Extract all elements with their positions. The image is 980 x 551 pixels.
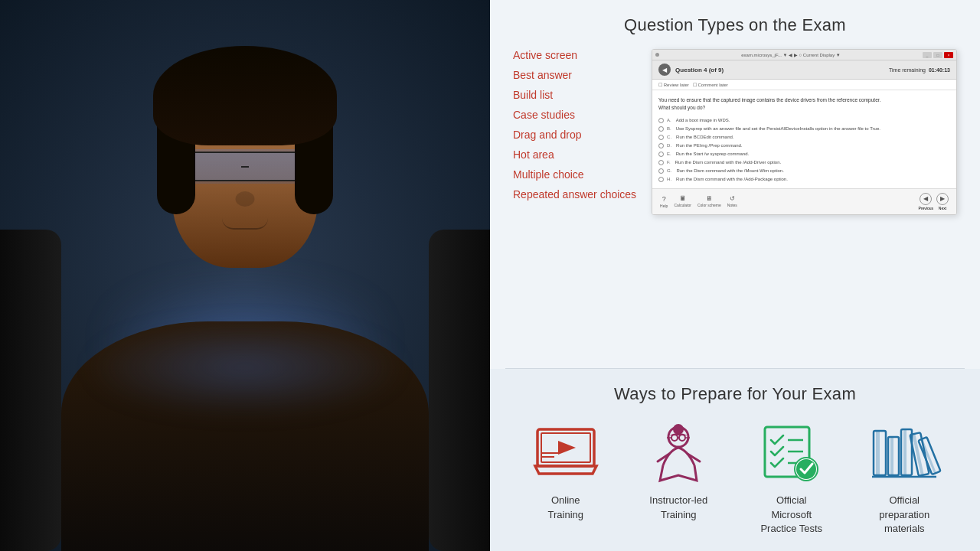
titlebar-dot xyxy=(655,53,659,57)
exam-option-d[interactable]: D. Run the PEImg /Prep command. xyxy=(658,143,950,148)
online-training-label: OnlineTraining xyxy=(548,494,583,521)
exam-body: You need to ensure that the captured ima… xyxy=(652,90,956,188)
exam-titlebar: exam.microsys_jF... ▼ ◀ ▶ ○ Current Disp… xyxy=(652,50,956,60)
previous-button[interactable]: ◀ xyxy=(920,193,932,205)
prepare-item-materials: Officialpreparationmaterials xyxy=(870,423,939,536)
exam-question-text: You need to ensure that the captured ima… xyxy=(658,96,950,112)
calculator-icon[interactable]: 🖩 Calculator xyxy=(674,195,691,207)
prepare-item-online-training: OnlineTraining xyxy=(531,423,600,521)
exam-option-e[interactable]: E. Run the Start /w sysprep command. xyxy=(658,152,950,157)
question-types-section: Question Types on the Exam Active screen… xyxy=(490,0,980,368)
svg-point-8 xyxy=(671,435,678,441)
exam-subheader: ☐ Review later ☐ Comment later xyxy=(652,80,956,90)
svg-point-7 xyxy=(673,424,684,435)
prepare-items: OnlineTraining xyxy=(513,423,957,536)
comment-checkbox[interactable]: ☐ Comment later xyxy=(693,83,728,87)
notes-icon[interactable]: ↺ Notes xyxy=(727,195,737,207)
exam-option-b[interactable]: B. Use Sysprep with an answer file and s… xyxy=(658,126,950,132)
svg-marker-2 xyxy=(558,441,576,455)
question-type-best-answer[interactable]: Best answer xyxy=(513,69,636,81)
exam-option-h[interactable]: H. Run the Dism command with the /Add-Pa… xyxy=(658,177,950,182)
svg-rect-20 xyxy=(876,431,880,475)
maximize-btn[interactable]: □ xyxy=(933,52,942,58)
exam-time-label: Time remaining xyxy=(889,67,926,73)
materials-label: Officialpreparationmaterials xyxy=(879,494,929,536)
titlebar-controls: _ □ × xyxy=(923,52,953,58)
right-panel: Question Types on the Exam Active screen… xyxy=(490,0,980,551)
exam-footer-right: ◀ Previous ▶ Next xyxy=(919,193,949,210)
exam-header: ◀ Question 4 (of 9) Time remaining 01:40… xyxy=(652,60,956,80)
exam-time-value: 01:40:13 xyxy=(929,67,950,73)
question-type-drag-and-drop[interactable]: Drag and drop xyxy=(513,129,636,141)
titlebar-text: exam.microsys_jF... ▼ ◀ ▶ ○ Current Disp… xyxy=(662,52,920,57)
question-type-repeated-answer[interactable]: Repeated answer choices xyxy=(513,188,636,201)
ways-to-prepare-section: Ways to Prepare for Your Exam xyxy=(490,369,980,551)
car-interior-right xyxy=(429,230,490,551)
exam-footer: ? Help 🖩 Calculator 🖥 Color scheme ↺ xyxy=(652,188,956,214)
svg-rect-22 xyxy=(890,437,893,475)
svg-rect-24 xyxy=(903,429,906,475)
laptop-video-icon xyxy=(531,423,600,484)
exam-option-a[interactable]: A. Add a boot image in WDS. xyxy=(658,118,950,123)
books-icon xyxy=(870,423,939,484)
exam-option-c[interactable]: C. Run the BCDEdit command. xyxy=(658,135,950,140)
prepare-title: Ways to Prepare for Your Exam xyxy=(513,384,957,404)
svg-point-18 xyxy=(796,459,816,479)
close-btn[interactable]: × xyxy=(944,52,953,58)
instructor-icon xyxy=(644,423,713,484)
minimize-btn[interactable]: _ xyxy=(923,52,932,58)
color-scheme-icon[interactable]: 🖥 Color scheme xyxy=(697,195,721,207)
exam-option-g[interactable]: G. Run the Dism command with the /Mount-… xyxy=(658,168,950,174)
prepare-item-instructor: Instructor-ledTraining xyxy=(644,423,713,521)
question-type-active-screen[interactable]: Active screen xyxy=(513,49,636,61)
question-type-hot-area[interactable]: Hot area xyxy=(513,148,636,161)
question-type-multiple-choice[interactable]: Multiple choice xyxy=(513,168,636,181)
review-checkbox[interactable]: ☐ Review later xyxy=(658,83,689,87)
question-types-content: Active screen Best answer Build list Cas… xyxy=(513,49,957,215)
exam-footer-left: ? Help 🖩 Calculator 🖥 Color scheme ↺ xyxy=(660,195,737,208)
exam-question-number: Question 4 (of 9) xyxy=(675,67,724,73)
help-icon[interactable]: ? Help xyxy=(660,195,668,208)
exam-screenshot: exam.microsys_jF... ▼ ◀ ▶ ○ Current Disp… xyxy=(652,49,957,215)
question-type-build-list[interactable]: Build list xyxy=(513,89,636,101)
prepare-item-practice-tests: OfficialMicrosoftPractice Tests xyxy=(757,423,826,536)
instructor-label: Instructor-ledTraining xyxy=(649,494,707,521)
exam-option-f[interactable]: F. Run the Dism command with the /Add-Dr… xyxy=(658,160,950,165)
question-type-case-studies[interactable]: Case studies xyxy=(513,109,636,121)
exam-back-button[interactable]: ◀ xyxy=(658,64,671,76)
checklist-icon xyxy=(757,423,826,484)
left-panel xyxy=(0,0,490,551)
question-types-list: Active screen Best answer Build list Cas… xyxy=(513,49,636,201)
question-types-title: Question Types on the Exam xyxy=(513,15,957,35)
svg-point-9 xyxy=(679,435,685,441)
exam-options: A. Add a boot image in WDS. B. Use Syspr… xyxy=(658,118,950,182)
practice-tests-label: OfficialMicrosoftPractice Tests xyxy=(760,494,822,536)
car-interior-left xyxy=(0,230,61,551)
next-button[interactable]: ▶ xyxy=(936,193,949,205)
